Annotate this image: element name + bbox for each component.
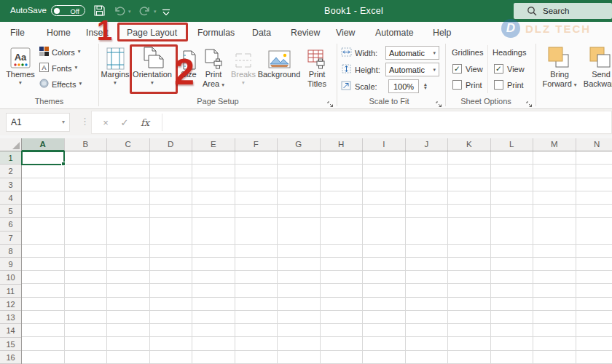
tab-automate[interactable]: Automate: [375, 28, 414, 38]
chevron-down-icon: ▾: [62, 118, 65, 126]
effects-button[interactable]: Effects ▾: [39, 79, 82, 90]
bring-forward-button[interactable]: Bring Forward ▾: [541, 44, 578, 89]
gridlines-print-checkbox[interactable]: Print: [452, 80, 482, 90]
row-header-14[interactable]: 14: [0, 324, 21, 337]
cancel-icon[interactable]: ×: [96, 117, 115, 128]
themes-button[interactable]: Aa Themes ▾: [4, 44, 36, 87]
tab-help[interactable]: Help: [433, 28, 451, 38]
undo-dropdown-icon[interactable]: ▾: [128, 9, 131, 15]
row-header-5[interactable]: 5: [0, 205, 21, 218]
fonts-button[interactable]: A Fonts ▾: [39, 63, 77, 74]
undo-icon[interactable]: [114, 6, 126, 19]
column-header-l[interactable]: L: [491, 138, 534, 151]
width-select[interactable]: Automatic▾: [385, 46, 439, 60]
tab-view[interactable]: View: [336, 28, 355, 38]
row-header-15[interactable]: 15: [0, 338, 21, 351]
print-titles-button[interactable]: Print Titles: [302, 44, 332, 88]
checked-checkbox-icon[interactable]: ✓: [494, 64, 503, 74]
row-header-7[interactable]: 7: [0, 232, 21, 245]
sheet-options-dialog-launcher-icon[interactable]: [525, 98, 533, 105]
row-header-8[interactable]: 8: [0, 245, 21, 258]
print-area-button[interactable]: Print Area ▾: [198, 44, 229, 89]
formula-input[interactable]: [162, 111, 611, 133]
unchecked-checkbox-icon[interactable]: [452, 80, 462, 90]
select-all-button[interactable]: [0, 138, 22, 151]
row-header-16[interactable]: 16: [0, 351, 21, 364]
enter-check-icon[interactable]: ✓: [115, 117, 134, 128]
column-header-n[interactable]: N: [576, 138, 612, 151]
redo-icon[interactable]: [138, 6, 151, 19]
margins-button[interactable]: Margins ▾: [100, 44, 130, 87]
tab-review[interactable]: Review: [291, 28, 320, 38]
colors-button[interactable]: Colors ▾: [39, 47, 81, 58]
autosave-toggle[interactable]: Off: [51, 5, 85, 16]
row-header-4[interactable]: 4: [0, 191, 21, 205]
background-button[interactable]: Background: [256, 44, 302, 79]
column-header-h[interactable]: H: [321, 138, 364, 151]
sheet-options-group-label: Sheet Options: [447, 97, 525, 106]
column-header-i[interactable]: I: [363, 138, 406, 151]
customize-toolbar-icon[interactable]: [162, 7, 170, 20]
sheet-cells[interactable]: [22, 151, 612, 364]
scale-to-fit-dialog-launcher-icon[interactable]: [435, 98, 442, 105]
row-header-2[interactable]: 2: [0, 165, 21, 178]
column-header-a[interactable]: A: [22, 138, 65, 151]
row-header-6[interactable]: 6: [0, 218, 21, 231]
svg-text:A: A: [42, 64, 46, 71]
row-header-12[interactable]: 12: [0, 298, 21, 311]
send-backward-button[interactable]: Send Backward: [581, 44, 612, 88]
selected-cell-a1[interactable]: [21, 151, 65, 165]
save-icon[interactable]: [93, 4, 106, 20]
tab-file[interactable]: File: [10, 28, 25, 38]
unchecked-checkbox-icon[interactable]: [494, 80, 503, 90]
headings-view-checkbox[interactable]: ✓ View: [494, 64, 525, 74]
row-header-3[interactable]: 3: [0, 178, 21, 191]
ribbon: Aa Themes ▾ Colors ▾ A Fonts ▾ Effects ▾…: [0, 42, 612, 109]
gridlines-view-checkbox[interactable]: ✓ View: [452, 64, 483, 74]
column-header-k[interactable]: K: [448, 138, 491, 151]
print-titles-label-line1: Print: [309, 70, 326, 79]
column-header-m[interactable]: M: [533, 138, 576, 151]
insert-function-icon[interactable]: fx: [134, 117, 156, 128]
column-header-j[interactable]: J: [406, 138, 449, 151]
size-button[interactable]: Size ▾: [176, 44, 201, 87]
column-header-g[interactable]: G: [278, 138, 321, 151]
search-box[interactable]: Search: [514, 3, 612, 19]
formula-bar: A1 ▾ ⋮ × ✓ fx: [0, 109, 612, 135]
tab-data[interactable]: Data: [252, 28, 271, 38]
row-header-11[interactable]: 11: [0, 285, 21, 298]
row-header-9[interactable]: 9: [0, 258, 21, 271]
row-header-10[interactable]: 10: [0, 271, 21, 284]
checked-checkbox-icon[interactable]: ✓: [452, 64, 462, 74]
height-select[interactable]: Automatic▾: [385, 63, 439, 76]
scale-input[interactable]: 100%: [388, 79, 419, 93]
tab-home[interactable]: Home: [47, 28, 71, 38]
search-icon: [527, 6, 537, 17]
scale-spinner[interactable]: ▴ ▾: [424, 83, 427, 90]
column-header-b[interactable]: B: [65, 138, 108, 151]
redo-dropdown-icon[interactable]: ▾: [154, 9, 157, 15]
autosave-label: AutoSave: [10, 6, 47, 15]
breaks-button[interactable]: Breaks ▾: [230, 44, 256, 87]
fill-handle[interactable]: [61, 162, 66, 166]
excel-window: AutoSave Off ▾ ▾ Book1 - Excel Search Fi…: [0, 0, 612, 364]
page-setup-dialog-launcher-icon[interactable]: [326, 98, 334, 105]
tab-insert[interactable]: Insert: [86, 28, 109, 38]
spin-down-icon[interactable]: ▾: [424, 87, 427, 90]
column-header-f[interactable]: F: [235, 138, 278, 151]
tab-page-layout[interactable]: Page Layout: [127, 28, 177, 38]
column-header-d[interactable]: D: [150, 138, 193, 151]
column-header-c[interactable]: C: [107, 138, 150, 151]
breaks-label: Breaks: [231, 70, 256, 79]
orientation-button[interactable]: Orientation ▾: [131, 44, 173, 87]
tab-formulas[interactable]: Formulas: [197, 28, 235, 38]
colors-icon: [39, 47, 49, 58]
chevron-down-icon: ▾: [19, 79, 22, 87]
toggle-knob-icon: [54, 8, 60, 14]
formula-bar-drag-handle[interactable]: ⋮: [80, 116, 90, 127]
name-box[interactable]: A1 ▾: [6, 113, 70, 132]
column-header-e[interactable]: E: [192, 138, 235, 151]
row-header-13[interactable]: 13: [0, 311, 21, 324]
headings-print-checkbox[interactable]: Print: [494, 80, 524, 90]
row-header-1[interactable]: 1: [0, 151, 21, 165]
